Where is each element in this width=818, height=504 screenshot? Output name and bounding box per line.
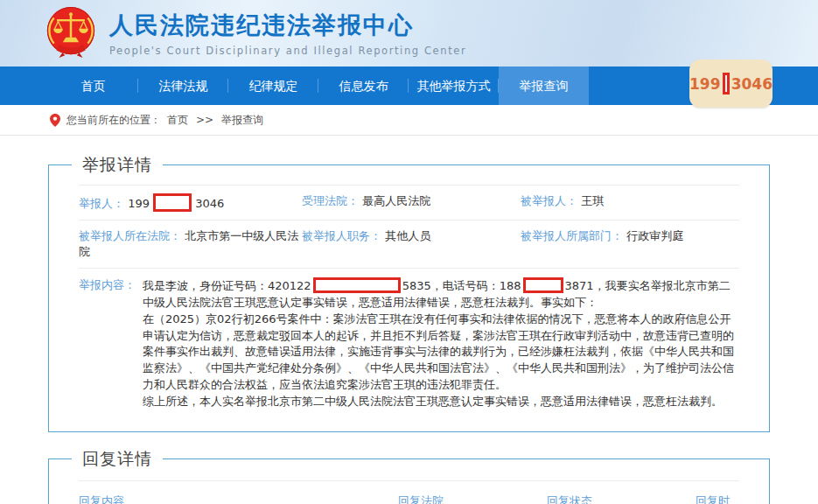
phone-suffix: 3046 (731, 75, 773, 93)
content-part-1: 我是李波，身份证号码：420122 (143, 279, 311, 292)
nav-item-info-release[interactable]: 信息发布 (318, 66, 409, 105)
report-content-text: 我是李波，身份证号码：4201225835，电话号码：1883871，我要实名举… (143, 277, 739, 410)
report-row-2: 被举报人所在法院： 北京市第一中级人民法院 被举报人职务： 其他人员 被举报人所… (79, 220, 739, 268)
position-field: 被举报人职务： 其他人员 (302, 228, 521, 260)
reported-court-field: 被举报人所在法院： 北京市第一中级人民法院 (79, 228, 302, 260)
accepting-court-value: 最高人民法院 (362, 194, 430, 207)
report-row-1: 举报人： 199 3046 受理法院： 最高人民法院 被举报人： 王琪 (79, 185, 739, 220)
breadcrumb-home-link[interactable]: 首页 (167, 113, 188, 128)
reporter-value-prefix: 199 (128, 197, 150, 210)
court-emblem-logo (44, 5, 98, 61)
site-header: 人民法院违纪违法举报中心 People's Court Disciplinary… (0, 0, 818, 66)
nav-item-laws[interactable]: 法律法规 (138, 66, 228, 105)
location-pin-icon (50, 114, 60, 127)
nav-item-discipline-rules[interactable]: 纪律规定 (228, 66, 318, 105)
site-title: 人民法院违纪违法举报中心 (109, 10, 466, 41)
department-field: 被举报人所属部门： 行政审判庭 (521, 228, 739, 260)
id-number-redaction-box (313, 277, 401, 293)
content-part-3: 3871，我要实名举报北京市第二中级人民法院法官王琪恶意认定事实错误，恶意适用法… (143, 279, 734, 408)
reply-table-header: 回复内容 回复法院 回复状态 回复时间 (79, 480, 739, 504)
reply-header-court: 回复法院 (398, 494, 547, 504)
reply-header-time: 回复时间 (696, 494, 739, 504)
reply-details-title: 回复详情 (72, 448, 163, 471)
nav-item-other-report-methods[interactable]: 其他举报方式 (409, 66, 499, 105)
reporter-redaction-box (153, 193, 192, 212)
report-details-title: 举报详情 (72, 154, 163, 177)
content-part-2: 5835，电话号码：188 (402, 279, 521, 292)
nav-item-report-query[interactable]: 举报查询 (499, 66, 589, 105)
reply-details-section: 回复详情 回复内容 回复法院 回复状态 回复时间 (48, 458, 770, 504)
report-content-row: 举报内容： 我是李波，身份证号码：4201225835，电话号码：1883871… (79, 268, 739, 421)
breadcrumb: 您当前所在的位置： 首页 >> 举报查询 (0, 105, 818, 136)
reply-header-status: 回复状态 (547, 494, 696, 504)
reporter-field: 举报人： 199 3046 (79, 193, 302, 212)
phone-redaction-box (723, 73, 730, 94)
query-phone-tab: 199 3046 (689, 60, 773, 108)
breadcrumb-separator: >> (196, 114, 213, 126)
reported-person-field: 被举报人： 王琪 (521, 193, 739, 212)
main-nav: 首页 法律法规 纪律规定 信息发布 其他举报方式 举报查询 199 3046 (0, 66, 818, 105)
accepting-court-field: 受理法院： 最高人民法院 (302, 193, 521, 212)
breadcrumb-prefix: 您当前所在的位置： (66, 113, 161, 128)
reported-person-label: 被举报人： (521, 194, 577, 207)
position-label: 被举报人职务： (302, 229, 381, 242)
department-label: 被举报人所属部门： (521, 229, 623, 242)
site-subtitle: People's Court Disciplinary and Illegal … (109, 45, 466, 57)
report-details-section: 举报详情 举报人： 199 3046 受理法院： 最高人民法院 被举报人： 王琪… (48, 164, 770, 432)
reported-person-value: 王琪 (581, 194, 604, 207)
report-content-label: 举报内容： (79, 277, 143, 410)
reporter-label: 举报人： (79, 197, 124, 210)
position-value: 其他人员 (385, 229, 430, 242)
nav-item-home[interactable]: 首页 (48, 66, 138, 105)
phone-number-redaction-box (523, 277, 563, 293)
accepting-court-label: 受理法院： (302, 194, 359, 207)
reply-header-content: 回复内容 (79, 494, 398, 504)
reported-court-label: 被举报人所在法院： (79, 229, 181, 242)
breadcrumb-current: 举报查询 (221, 113, 263, 128)
department-value: 行政审判庭 (626, 229, 683, 242)
reporter-value-suffix: 3046 (195, 197, 224, 210)
phone-prefix: 199 (689, 75, 721, 93)
